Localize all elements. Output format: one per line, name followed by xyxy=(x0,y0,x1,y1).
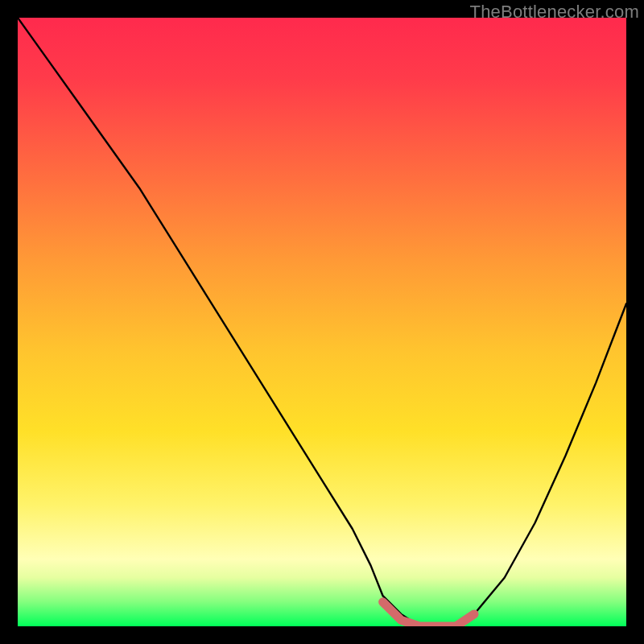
chart-frame xyxy=(18,18,626,626)
chart-background-gradient xyxy=(18,18,626,626)
watermark-text: TheBottlenecker.com xyxy=(470,2,639,23)
